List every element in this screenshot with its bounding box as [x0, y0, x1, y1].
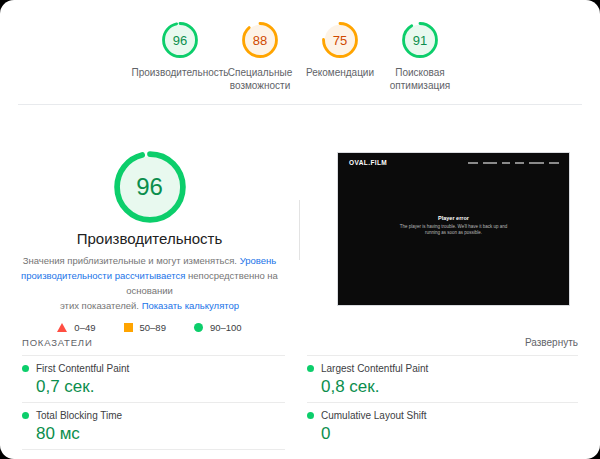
vertical-divider: [299, 200, 300, 260]
metric-tbt: Total Blocking Time 80 мс: [22, 402, 285, 450]
metric-name: First Contentful Paint: [36, 363, 129, 374]
metric-value: 80 мс: [36, 424, 285, 444]
performance-description: Значения приблизительные и могут изменят…: [0, 253, 299, 313]
best-practices-score-gauge: 75: [321, 21, 359, 59]
metric-name: Cumulative Layout Shift: [321, 410, 427, 421]
metric-name: Total Blocking Time: [36, 410, 122, 421]
player-error-line: running as soon as possible.: [338, 230, 569, 236]
site-logo: OVAL.FILM: [349, 159, 387, 166]
scoring-calculator-link[interactable]: производительности рассчитывается: [21, 270, 185, 281]
accessibility-score-gauge: 88: [241, 21, 279, 59]
metric-fcp: First Contentful Paint 0,7 сек.: [22, 355, 285, 402]
performance-main-gauge: 96: [112, 149, 188, 225]
site-nav-item: [502, 162, 510, 164]
site-nav-item: [529, 162, 544, 164]
metrics-section: ПОКАЗАТЕЛИ Развернуть First Contentful P…: [0, 336, 600, 450]
pass-circle-icon: [307, 412, 314, 419]
metric-name-row: Total Blocking Time: [22, 410, 285, 421]
description-line: Значения приблизительные и могут изменят…: [0, 253, 299, 268]
site-nav-item: [549, 162, 559, 164]
performance-score-gauge: 96: [161, 21, 199, 59]
metric-name: Largest Contentful Paint: [321, 363, 428, 374]
category-summary: 96 Производительность 88 Специальные воз…: [0, 0, 600, 92]
performance-section: 96 Производительность Значения приблизит…: [0, 105, 600, 331]
fail-triangle-icon: [57, 323, 67, 332]
legend-range: 0–49: [74, 322, 95, 333]
metric-value: 0,7 сек.: [36, 377, 285, 397]
site-nav-item: [515, 162, 524, 164]
average-square-icon: [124, 323, 133, 332]
legend-range: 90–100: [210, 322, 242, 333]
pass-circle-icon: [22, 412, 29, 419]
metric-value: 0,8 сек.: [321, 377, 578, 397]
metrics-header-label: ПОКАЗАТЕЛИ: [22, 337, 93, 348]
pass-circle-icon: [22, 365, 29, 372]
final-screenshot-wrap: OVAL.FILM Player error The player is hav…: [337, 152, 570, 331]
metric-value: 0: [321, 424, 578, 444]
performance-title: Производительность: [77, 230, 223, 247]
player-error-body: The player is having trouble. We'll have…: [338, 224, 569, 236]
site-header: OVAL.FILM: [338, 153, 569, 166]
seo-score-gauge: 91: [401, 21, 439, 59]
description-line: этих показателей. Показать калькулятор: [0, 298, 299, 313]
category-label: Поисковая оптимизация: [364, 66, 476, 92]
pass-circle-icon: [307, 365, 314, 372]
metric-cls: Cumulative Layout Shift 0: [307, 402, 578, 450]
pass-circle-icon: [194, 323, 203, 332]
site-nav-item: [483, 162, 497, 164]
metric-lcp: Largest Contentful Paint 0,8 сек.: [307, 355, 578, 402]
metrics-header: ПОКАЗАТЕЛИ Развернуть: [22, 336, 578, 348]
description-text: этих показателей.: [60, 300, 142, 311]
pagespeed-report-card: 96 Производительность 88 Специальные воз…: [0, 0, 600, 459]
legend-pass: 90–100: [194, 322, 242, 333]
metric-name-row: Cumulative Layout Shift: [307, 410, 578, 421]
metric-name-row: First Contentful Paint: [22, 363, 285, 374]
final-screenshot-thumbnail: OVAL.FILM Player error The player is hav…: [337, 152, 570, 306]
category-accessibility[interactable]: 88 Специальные возможности: [222, 21, 298, 92]
performance-summary-panel: 96 Производительность Значения приблизит…: [0, 105, 299, 331]
legend-range: 50–89: [140, 322, 166, 333]
expand-metrics-button[interactable]: Развернуть: [525, 337, 578, 348]
metrics-grid: First Contentful Paint 0,7 сек. Largest …: [22, 355, 578, 450]
player-error-message: Player error The player is having troubl…: [338, 215, 569, 236]
metric-name-row: Largest Contentful Paint: [307, 363, 578, 374]
score-legend: 0–49 50–89 90–100: [43, 322, 255, 333]
category-seo[interactable]: 91 Поисковая оптимизация: [382, 21, 458, 92]
site-nav: [468, 162, 559, 164]
legend-fail: 0–49: [57, 322, 95, 333]
description-text: Значения приблизительные и могут изменят…: [23, 255, 240, 266]
show-calculator-link[interactable]: Показать калькулятор: [142, 300, 239, 311]
site-nav-item: [468, 162, 478, 164]
description-line: производительности рассчитывается непоср…: [0, 268, 299, 298]
player-error-title: Player error: [338, 215, 569, 221]
legend-average: 50–89: [124, 322, 166, 333]
scoring-calculator-link[interactable]: Уровень: [240, 255, 277, 266]
